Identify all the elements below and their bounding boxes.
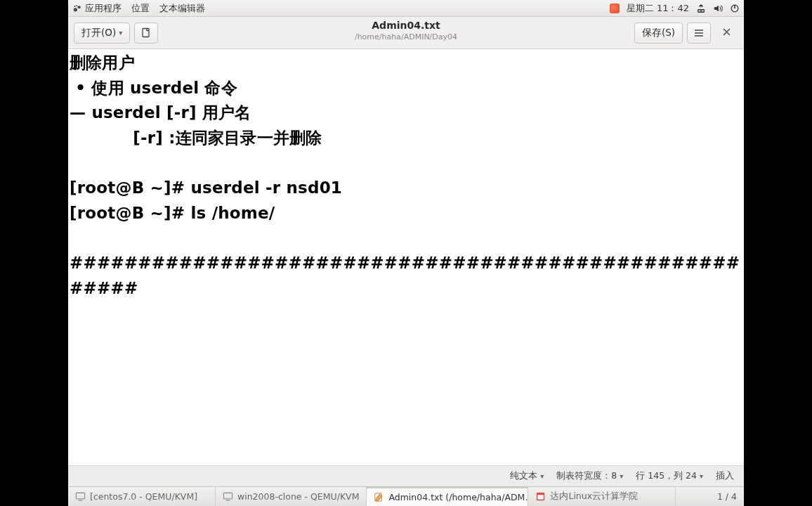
workspace-pager[interactable]: 1 / 4 [710, 487, 744, 506]
taskbar-item-vm1[interactable]: [centos7.0 - QEMU/KVM] [68, 487, 216, 506]
editor-content[interactable]: 删除用户 • 使用 userdel 命令 — userdel [-r] 用户名 … [68, 49, 744, 465]
footprint-icon [72, 4, 82, 13]
taskbar-item-editor[interactable]: Admin04.txt (/home/haha/ADM… [367, 487, 528, 506]
taskbar-item-label: Admin04.txt (/home/haha/ADM… [388, 492, 528, 502]
current-app-name[interactable]: 文本编辑器 [159, 2, 205, 15]
save-button[interactable]: 保存(S) [634, 22, 683, 44]
svg-rect-10 [226, 500, 230, 500]
save-button-label: 保存(S) [642, 27, 675, 39]
document-title: Admin04.txt [355, 20, 457, 32]
applications-menu[interactable]: 应用程序 [72, 2, 122, 15]
volume-icon[interactable] [713, 4, 723, 13]
update-notifier-icon[interactable] [610, 4, 620, 13]
window-close-button[interactable] [715, 22, 738, 44]
document-path: /home/haha/ADMIN/Day04 [355, 32, 457, 42]
clock-label[interactable]: 星期二 11：42 [627, 2, 689, 15]
syntax-label: 纯文本 [510, 470, 537, 482]
editor-toolbar: 打开(O) ▾ Admin04.txt /home/haha/ADMIN/Day… [68, 17, 744, 49]
new-document-button[interactable] [134, 22, 158, 44]
taskbar-item-label: win2008-clone - QEMU/KVM [237, 491, 359, 502]
chevron-down-icon: ▾ [700, 472, 703, 480]
svg-rect-13 [538, 495, 544, 500]
taskbar-item-label: 达内Linux云计算学院 [550, 491, 638, 502]
taskbar-item-label: [centos7.0 - QEMU/KVM] [90, 491, 197, 502]
taskbar-item-vm2[interactable]: win2008-clone - QEMU/KVM [216, 487, 367, 506]
open-button-label: 打开(O) [81, 27, 116, 39]
applications-label: 应用程序 [85, 2, 122, 15]
open-button[interactable]: 打开(O) ▾ [74, 22, 130, 44]
svg-point-1 [78, 6, 81, 8]
pager-separator: / [723, 491, 731, 502]
pager-current: 1 [717, 491, 723, 502]
svg-rect-6 [143, 28, 149, 37]
power-icon[interactable] [730, 4, 740, 13]
cursor-position[interactable]: 行 145，列 24 ▾ [636, 470, 703, 482]
taskbar: [centos7.0 - QEMU/KVM] win2008-clone - Q… [68, 486, 744, 506]
hamburger-icon [693, 27, 705, 39]
places-menu[interactable]: 位置 [131, 2, 150, 15]
chevron-down-icon: ▾ [620, 472, 623, 480]
browser-icon [535, 491, 546, 502]
tab-width-label: 制表符宽度：8 [556, 470, 617, 482]
svg-point-0 [74, 8, 77, 11]
svg-rect-7 [76, 493, 84, 498]
monitor-icon [223, 491, 233, 502]
svg-point-2 [74, 5, 75, 6]
gnome-topbar: 应用程序 位置 文本编辑器 星期二 11：42 [68, 0, 744, 17]
svg-point-3 [76, 5, 77, 6]
cursor-position-label: 行 145，列 24 [636, 470, 697, 482]
syntax-selector[interactable]: 纯文本 ▾ [510, 470, 544, 482]
pager-total: 4 [731, 491, 737, 502]
chevron-down-icon: ▾ [119, 29, 122, 37]
taskbar-item-browser[interactable]: 达内Linux云计算学院 [528, 487, 676, 506]
hamburger-menu-button[interactable] [687, 22, 711, 44]
title-area: Admin04.txt /home/haha/ADMIN/Day04 [355, 20, 457, 41]
status-bar: 纯文本 ▾ 制表符宽度：8 ▾ 行 145，列 24 ▾ 插入 [68, 465, 744, 486]
monitor-icon [75, 491, 86, 502]
new-doc-icon [140, 27, 152, 39]
svg-rect-9 [223, 493, 232, 498]
editor-icon [374, 492, 384, 502]
insert-mode-label[interactable]: 插入 [716, 470, 734, 482]
chevron-down-icon: ▾ [540, 472, 544, 480]
svg-rect-8 [79, 500, 83, 500]
close-icon [722, 27, 731, 37]
network-icon[interactable] [696, 4, 706, 13]
tab-width-selector[interactable]: 制表符宽度：8 ▾ [556, 470, 623, 482]
